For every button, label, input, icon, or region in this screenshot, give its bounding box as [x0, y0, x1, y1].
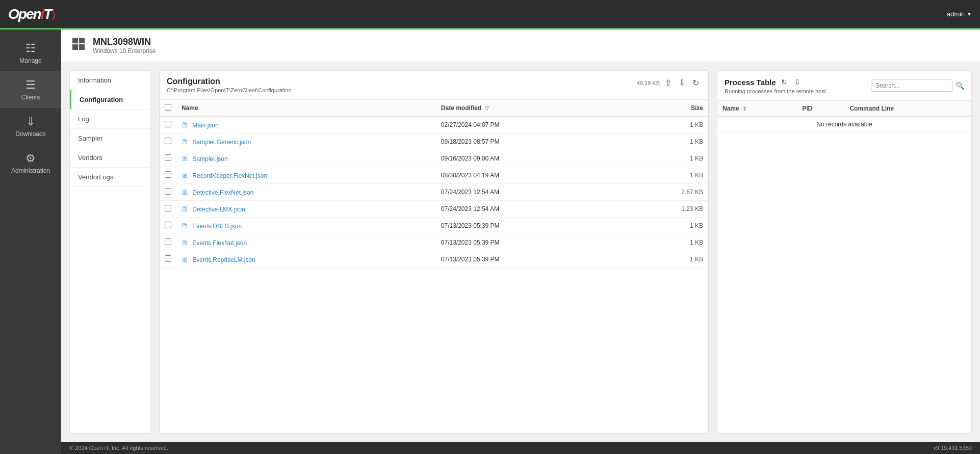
device-info: MNL3098WIN Windows 10 Enterprise [93, 37, 156, 55]
administration-icon: ⚙ [25, 152, 36, 165]
file-icon-7: 🖹 [182, 239, 188, 247]
file-size-0: 1 KB [622, 117, 708, 133]
file-icon-5: 🖹 [182, 205, 188, 213]
downloads-icon: ⇓ [26, 115, 35, 128]
file-date-6: 07/13/2023 05:39 PM [436, 218, 622, 234]
panels: Information Configuration Log Sampler Ve… [61, 62, 980, 442]
file-link-0[interactable]: Main.json [192, 122, 218, 129]
file-size-7: 1 KB [622, 234, 708, 251]
admin-label: admin [947, 10, 965, 18]
nav-item-sampler[interactable]: Sampler [70, 129, 150, 148]
process-search-btn[interactable]: 🔍 [956, 82, 964, 90]
sidebar-item-label-administration: Administration [11, 167, 50, 174]
sidebar-item-downloads[interactable]: ⇓ Downloads [0, 108, 61, 145]
file-link-2[interactable]: Sampler.json [192, 155, 227, 163]
sidebar-item-administration[interactable]: ⚙ Administration [0, 145, 61, 181]
file-icon-0: 🖹 [182, 121, 188, 129]
admin-arrow: ▼ [967, 11, 972, 17]
process-panel: Process Table ↻ ⇩ Running processes from… [717, 70, 972, 434]
process-download-btn[interactable]: ⇩ [792, 77, 803, 87]
file-size-8: 1 KB [622, 251, 708, 268]
file-checkbox-5[interactable] [165, 205, 171, 211]
nav-item-log[interactable]: Log [70, 110, 150, 129]
nav-item-information[interactable]: Information [70, 71, 150, 90]
nav-item-configuration[interactable]: Configuration [70, 90, 150, 110]
table-row: 🖹 Sampler.json 09/16/2023 09:00 AM 1 KB [160, 150, 708, 167]
svg-rect-2 [72, 44, 78, 50]
footer-copyright: © 2024 Open iT, Inc. All rights reserved… [69, 445, 168, 451]
sidebar-item-clients[interactable]: ☰ Clients [0, 71, 61, 108]
table-row: 🖹 Events.FlexNet.json 07/13/2023 05:39 P… [160, 234, 708, 251]
file-link-6[interactable]: Events.DSLS.json [192, 223, 242, 230]
upload-btn[interactable]: ⇧ [663, 77, 674, 89]
process-pid-col: PID [797, 101, 844, 117]
date-col-header[interactable]: Date modified ▽ [436, 100, 622, 117]
file-date-4: 07/24/2023 12:54 AM [436, 184, 622, 201]
row-checkbox-3 [160, 167, 176, 184]
topbar: OpeniT ) admin ▼ [0, 0, 980, 28]
svg-rect-1 [79, 38, 85, 43]
file-checkbox-1[interactable] [165, 138, 171, 144]
file-link-7[interactable]: Events.FlexNet.json [192, 239, 247, 247]
file-link-1[interactable]: Sampler.Generic.json [192, 139, 251, 146]
row-checkbox-8 [160, 251, 176, 268]
table-row: 🖹 Sampler.Generic.json 09/18/2023 08:57 … [160, 133, 708, 150]
file-link-3[interactable]: RecordKeeper.FlexNet.json [192, 172, 267, 179]
process-table-body: Name ⇕ PID Command Line [717, 101, 971, 433]
file-date-1: 09/18/2023 08:57 PM [436, 133, 622, 150]
file-checkbox-3[interactable] [165, 171, 171, 178]
row-checkbox-7 [160, 234, 176, 251]
file-checkbox-8[interactable] [165, 255, 171, 262]
device-name: MNL3098WIN [93, 37, 156, 47]
sidebar: ☷ Manage ☰ Clients ⇓ Downloads ⚙ Adminis… [0, 30, 61, 454]
nav-item-vendorlogs[interactable]: VendorLogs [70, 168, 150, 187]
file-date-2: 09/16/2023 09:00 AM [436, 150, 622, 167]
process-title-area: Process Table ↻ ⇩ Running processes from… [725, 77, 828, 94]
left-nav: Information Configuration Log Sampler Ve… [69, 70, 151, 434]
search-area: 🔍 [871, 79, 964, 92]
config-header: Configuration C:\Program Files\OpenIT\Ze… [160, 71, 708, 100]
file-size-3: 1 KB [622, 167, 708, 184]
config-path: C:\Program Files\OpenIT\ZeroClient\Confi… [167, 87, 292, 93]
process-subtitle: Running processes from the remote host. [725, 88, 828, 94]
file-date-0: 02/27/2024 04:07 PM [436, 117, 622, 133]
file-size-2: 1 KB [622, 150, 708, 167]
footer: © 2024 Open iT, Inc. All rights reserved… [61, 442, 980, 454]
file-checkbox-6[interactable] [165, 222, 171, 228]
file-link-8[interactable]: Events.RepriseLM.json [192, 256, 255, 263]
select-all-col [160, 100, 176, 117]
file-icon-4: 🖹 [182, 189, 188, 196]
row-checkbox-5 [160, 201, 176, 218]
file-icon-8: 🖹 [182, 256, 188, 263]
admin-menu[interactable]: admin ▼ [947, 10, 972, 18]
refresh-btn[interactable]: ↻ [690, 77, 701, 89]
main-layout: ☷ Manage ☰ Clients ⇓ Downloads ⚙ Adminis… [0, 30, 980, 454]
file-name-6: 🖹 Events.DSLS.json [176, 218, 436, 234]
sort-icon: ▽ [485, 105, 489, 111]
file-name-1: 🖹 Sampler.Generic.json [176, 133, 436, 150]
config-title: Configuration [167, 77, 292, 86]
file-checkbox-0[interactable] [165, 121, 171, 127]
file-link-4[interactable]: Detective.FlexNet.json [192, 189, 253, 196]
file-link-5[interactable]: Detective.LMX.json [192, 206, 245, 213]
file-checkbox-7[interactable] [165, 238, 171, 245]
sidebar-item-manage[interactable]: ☷ Manage [0, 35, 61, 71]
file-date-5: 07/24/2023 12:54 AM [436, 201, 622, 218]
file-name-8: 🖹 Events.RepriseLM.json [176, 251, 436, 268]
process-search-input[interactable] [871, 79, 952, 92]
svg-rect-3 [79, 44, 85, 50]
process-title: Process Table ↻ ⇩ [725, 77, 828, 87]
nav-item-vendors[interactable]: Vendors [70, 148, 150, 168]
file-size-6: 1 KB [622, 218, 708, 234]
windows-icon [71, 37, 86, 55]
config-actions: 40.19 KB ⇧ ⇩ ↻ [637, 77, 701, 89]
process-refresh-btn[interactable]: ↻ [779, 77, 789, 87]
file-date-7: 07/13/2023 05:39 PM [436, 234, 622, 251]
download-btn[interactable]: ⇩ [677, 77, 687, 89]
name-col-header: Name [176, 100, 436, 117]
file-checkbox-4[interactable] [165, 188, 171, 195]
sidebar-item-label-manage: Manage [19, 57, 41, 64]
select-all-checkbox[interactable] [165, 104, 171, 111]
file-checkbox-2[interactable] [165, 154, 171, 161]
process-cmdline-col: Command Line [844, 101, 971, 117]
